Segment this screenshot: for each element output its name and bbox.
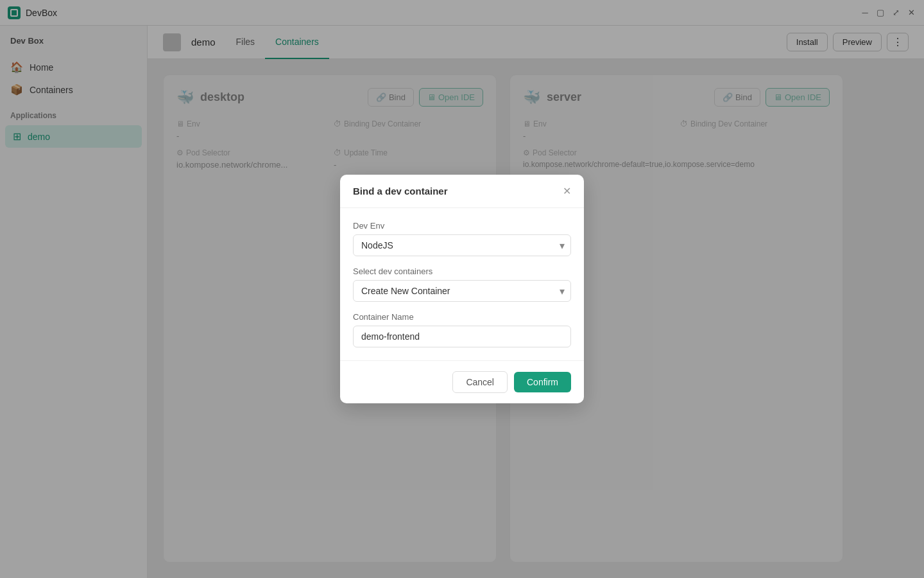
bind-container-modal: Bind a dev container ✕ Dev Env NodeJS Py… xyxy=(340,175,584,403)
select-containers-select[interactable]: Create New Container xyxy=(353,280,571,302)
modal-body: Dev Env NodeJS Python Go Java ▾ Select d… xyxy=(340,208,584,360)
select-containers-group: Select dev containers Create New Contain… xyxy=(353,267,571,302)
modal-close-button[interactable]: ✕ xyxy=(563,185,571,197)
dev-env-select[interactable]: NodeJS Python Go Java xyxy=(353,234,571,256)
modal-footer: Cancel Confirm xyxy=(340,360,584,403)
container-name-group: Container Name xyxy=(353,312,571,347)
dev-env-group: Dev Env NodeJS Python Go Java ▾ xyxy=(353,221,571,256)
container-name-input[interactable] xyxy=(353,326,571,347)
modal-title: Bind a dev container xyxy=(353,186,448,197)
modal-header: Bind a dev container ✕ xyxy=(340,175,584,208)
container-name-label: Container Name xyxy=(353,312,571,322)
dev-env-select-wrapper: NodeJS Python Go Java ▾ xyxy=(353,234,571,256)
dev-env-label: Dev Env xyxy=(353,221,571,231)
select-containers-label: Select dev containers xyxy=(353,267,571,276)
cancel-button[interactable]: Cancel xyxy=(452,371,508,393)
modal-overlay: Bind a dev container ✕ Dev Env NodeJS Py… xyxy=(0,0,924,578)
confirm-button[interactable]: Confirm xyxy=(514,372,571,392)
select-containers-wrapper: Create New Container ▾ xyxy=(353,280,571,302)
